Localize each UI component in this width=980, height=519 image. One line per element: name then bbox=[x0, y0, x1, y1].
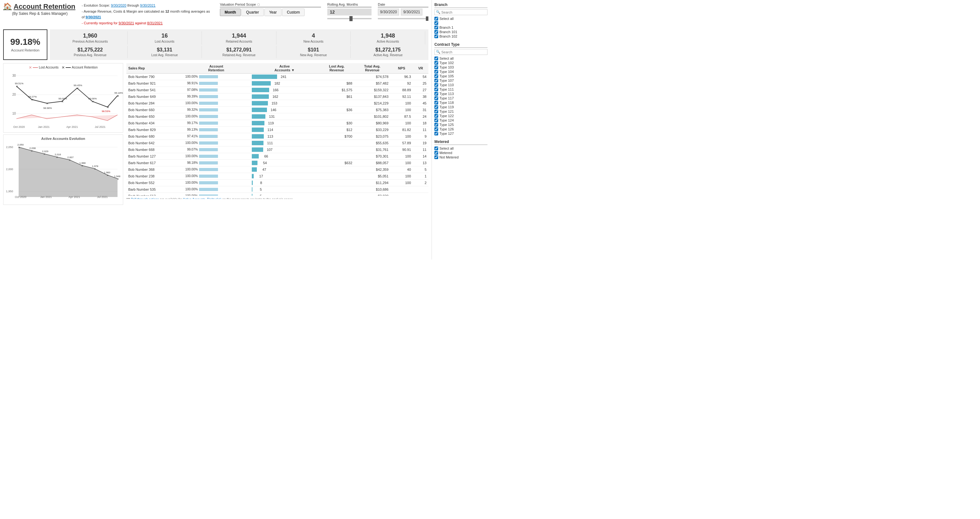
contract-filter-item[interactable]: Type 127 bbox=[434, 131, 487, 136]
area-chart-title: Active Accounts Evolution bbox=[5, 137, 121, 140]
contract-checkbox[interactable] bbox=[434, 74, 438, 78]
contract-filter-item[interactable]: Type 111 bbox=[434, 87, 487, 92]
contract-checkbox[interactable] bbox=[434, 87, 438, 91]
contract-filter-item[interactable]: Type 107 bbox=[434, 78, 487, 83]
contract-checkbox[interactable] bbox=[434, 110, 438, 113]
svg-text:✕: ✕ bbox=[56, 156, 58, 159]
branch-filter-item[interactable] bbox=[434, 21, 487, 25]
col-active[interactable]: ActiveAccounts ▼ bbox=[250, 63, 320, 73]
row-retention: 98.18% bbox=[183, 159, 250, 166]
branch-checkbox[interactable] bbox=[434, 25, 438, 29]
col-nps[interactable]: NPS bbox=[390, 63, 413, 73]
contract-filter-item[interactable]: Type 126 bbox=[434, 127, 487, 131]
branch-search-box[interactable]: 🔍 bbox=[434, 9, 487, 15]
contract-items: Select allType 102Type 103Type 104Type 1… bbox=[434, 56, 487, 136]
row-lost-rev: $30 bbox=[320, 120, 354, 126]
branch-checkbox[interactable] bbox=[434, 21, 438, 25]
period-year-button[interactable]: Year bbox=[264, 8, 282, 16]
branch-search-input[interactable] bbox=[441, 10, 486, 14]
contract-checkbox[interactable] bbox=[434, 70, 438, 73]
row-active: 166 bbox=[250, 87, 320, 93]
branch-filter-item[interactable]: Branch 1 bbox=[434, 25, 487, 30]
contract-checkbox[interactable] bbox=[434, 127, 438, 131]
contract-checkbox[interactable] bbox=[434, 101, 438, 105]
contract-checkbox[interactable] bbox=[434, 65, 438, 69]
contract-search-box[interactable]: 🔍 bbox=[434, 49, 487, 55]
row-total-rev: $101,802 bbox=[354, 113, 390, 120]
contract-checkbox[interactable] bbox=[434, 123, 438, 127]
svg-text:99.06%: 99.06% bbox=[59, 97, 67, 100]
table-scroll[interactable]: Sales Rep AccountRetention ActiveAccount… bbox=[126, 63, 428, 196]
row-active: 153 bbox=[250, 100, 320, 106]
metered-filter-item[interactable]: Select all bbox=[434, 146, 487, 151]
contract-filter-item[interactable]: Type 113 bbox=[434, 92, 487, 96]
contract-filter-item[interactable]: Type 122 bbox=[434, 114, 487, 118]
contract-search-input[interactable] bbox=[441, 50, 486, 54]
contract-checkbox[interactable] bbox=[434, 83, 438, 87]
legend-retention: ✕ Account Retention bbox=[62, 65, 98, 70]
svg-text:1,988: 1,988 bbox=[79, 162, 86, 165]
period-custom-button[interactable]: Custom bbox=[282, 8, 305, 16]
contract-checkbox[interactable] bbox=[434, 118, 438, 122]
branch-checkbox[interactable] bbox=[434, 17, 438, 21]
metered-filter-item[interactable]: Metered bbox=[434, 151, 487, 155]
metered-checkbox[interactable] bbox=[434, 151, 438, 155]
branch-checkbox[interactable] bbox=[434, 35, 438, 38]
contract-checkbox[interactable] bbox=[434, 79, 438, 83]
contract-checkbox[interactable] bbox=[434, 105, 438, 109]
col-vr[interactable]: VR bbox=[413, 63, 428, 73]
row-total-rev: $74,578 bbox=[354, 73, 390, 80]
svg-text:99.06%: 99.06% bbox=[88, 97, 97, 100]
page-title: Account Retention bbox=[14, 3, 75, 11]
row-lost-rev: $61 bbox=[320, 93, 354, 100]
contract-filter-item[interactable]: Type 125 bbox=[434, 122, 487, 127]
contract-filter-item[interactable]: Select all bbox=[434, 56, 487, 60]
kpi-big-value: 99.18% bbox=[10, 37, 40, 47]
contract-filter-item[interactable]: Type 119 bbox=[434, 105, 487, 109]
contract-filter-item[interactable]: Type 124 bbox=[434, 118, 487, 122]
col-retention[interactable]: AccountRetention bbox=[183, 63, 250, 73]
contract-filter-item[interactable]: Type 110 bbox=[434, 83, 487, 87]
right-sidebar: Branch 🔍 Select allBranch 1Branch 101Bra… bbox=[431, 0, 490, 259]
row-retention: 99.07% bbox=[183, 146, 250, 153]
rolling-slider[interactable] bbox=[327, 18, 372, 19]
contract-filter-item[interactable]: Type 103 bbox=[434, 65, 487, 70]
row-nps: 90.91 bbox=[390, 146, 413, 153]
contract-filter-item[interactable]: Type 121 bbox=[434, 109, 487, 114]
kpi-active-rev: $1,272,175 Active Avg. Revenue bbox=[351, 46, 425, 58]
row-name: Bob Number 660 bbox=[126, 106, 183, 113]
contract-checkbox[interactable] bbox=[434, 96, 438, 100]
contract-checkbox[interactable] bbox=[434, 61, 438, 65]
col-total-rev[interactable]: Total Avg.Revenue bbox=[354, 63, 390, 73]
row-name: Bob Number 238 bbox=[126, 173, 183, 179]
contract-filter-item[interactable]: Type 104 bbox=[434, 70, 487, 74]
col-lost-rev[interactable]: Lost Avg.Revenue bbox=[320, 63, 354, 73]
metered-filter-item[interactable]: Not Metered bbox=[434, 155, 487, 159]
col-sales-rep[interactable]: Sales Rep bbox=[126, 63, 183, 73]
branch-filter-item[interactable]: Select all bbox=[434, 16, 487, 21]
row-active: 66 bbox=[250, 153, 320, 159]
branch-checkbox[interactable] bbox=[434, 30, 438, 34]
period-month-button[interactable]: Month bbox=[220, 8, 241, 16]
contract-search-icon: 🔍 bbox=[436, 50, 441, 54]
contract-type-title: Contract Type bbox=[434, 42, 487, 48]
metered-checkbox[interactable] bbox=[434, 146, 438, 150]
svg-text:✕: ✕ bbox=[61, 100, 64, 103]
contract-checkbox[interactable] bbox=[434, 132, 438, 135]
contract-checkbox[interactable] bbox=[434, 114, 438, 118]
period-quarter-button[interactable]: Quarter bbox=[241, 8, 264, 16]
kpi-active: 1,948 Active Accounts bbox=[351, 31, 425, 44]
contract-checkbox[interactable] bbox=[434, 92, 438, 96]
branch-label: Branch 102 bbox=[439, 35, 457, 38]
contract-filter-item[interactable]: Type 105 bbox=[434, 74, 487, 78]
metered-checkbox[interactable] bbox=[434, 156, 438, 159]
row-lost-rev bbox=[320, 73, 354, 80]
row-vr: 11 bbox=[413, 146, 428, 153]
branch-filter-item[interactable]: Branch 101 bbox=[434, 30, 487, 34]
contract-filter-item[interactable]: Type 118 bbox=[434, 100, 487, 105]
contract-filter-item[interactable]: Type 117 bbox=[434, 96, 487, 100]
contract-checkbox[interactable] bbox=[434, 57, 438, 60]
kpi-prev-rev-val: $1,275,222 bbox=[77, 47, 103, 53]
contract-filter-item[interactable]: Type 102 bbox=[434, 60, 487, 65]
branch-filter-item[interactable]: Branch 102 bbox=[434, 34, 487, 38]
